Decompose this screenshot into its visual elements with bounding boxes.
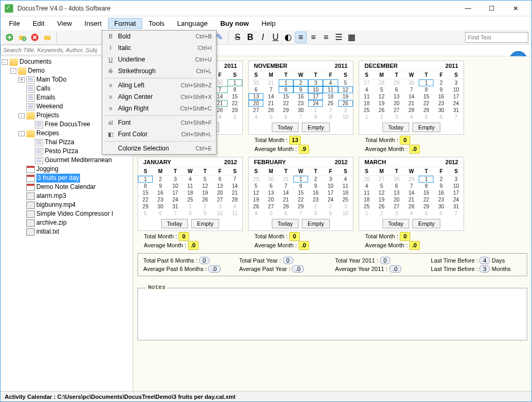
format-font-color[interactable]: ◧Font ColorCtrl+Shift+L: [102, 128, 216, 140]
today-button[interactable]: Today: [382, 219, 409, 228]
calendar-day[interactable]: 29: [404, 176, 419, 183]
calendar-day[interactable]: 31: [279, 176, 293, 183]
menu-format[interactable]: Format: [108, 18, 142, 29]
calendar-day[interactable]: 7: [293, 114, 308, 120]
today-button[interactable]: Today: [161, 219, 188, 228]
bold-button[interactable]: B: [244, 32, 256, 43]
calendar-day[interactable]: 16: [434, 189, 448, 196]
calendar-day[interactable]: 9: [308, 183, 323, 189]
image-button[interactable]: ▦: [346, 32, 357, 43]
calendar-day[interactable]: 2: [323, 107, 338, 114]
calendar-day[interactable]: 18: [359, 100, 374, 107]
calendar-day[interactable]: 19: [374, 100, 389, 107]
tree-item[interactable]: Simple Video Compressor I: [18, 209, 132, 218]
calendar-day[interactable]: 5: [374, 86, 389, 93]
tree-item[interactable]: bigbunny.mp4: [18, 200, 132, 209]
calendar-day[interactable]: 19: [198, 189, 212, 196]
calendar-day[interactable]: 3: [449, 176, 464, 183]
calendar-day[interactable]: 28: [279, 203, 293, 210]
strike-button[interactable]: S: [232, 32, 243, 43]
menu-edit[interactable]: Edit: [26, 18, 51, 29]
calendar-day[interactable]: 29: [249, 176, 263, 183]
empty-button[interactable]: Empty: [191, 219, 219, 228]
align-center-button[interactable]: ≡: [308, 32, 319, 43]
calendar-day[interactable]: 7: [293, 210, 308, 217]
calendar-day[interactable]: 16: [308, 189, 323, 196]
calendar-day[interactable]: 14: [404, 189, 419, 196]
tree-item[interactable]: Jogging: [18, 165, 132, 174]
calendar-day[interactable]: 3: [168, 176, 183, 183]
calendar-day[interactable]: 30: [153, 203, 168, 210]
calendar-day[interactable]: 27: [359, 79, 374, 86]
empty-button[interactable]: Empty: [412, 123, 440, 132]
calendar-day[interactable]: 15: [419, 189, 434, 196]
calendar-day[interactable]: 9: [323, 210, 338, 217]
color-button[interactable]: ◐: [282, 32, 294, 43]
calendar-day[interactable]: 6: [263, 183, 278, 189]
calendar-day[interactable]: 1: [308, 107, 323, 114]
calendar-day[interactable]: 21: [263, 100, 278, 107]
calendar-day[interactable]: 29: [419, 203, 434, 210]
calendar-day[interactable]: 15: [138, 189, 153, 196]
underline-button[interactable]: U: [270, 32, 281, 43]
calendar-day[interactable]: 28: [389, 176, 404, 183]
calendar-day[interactable]: 14: [404, 93, 419, 100]
empty-button[interactable]: Empty: [302, 219, 330, 228]
calendar-day[interactable]: 2: [434, 176, 448, 183]
calendar-day[interactable]: 25: [338, 196, 353, 203]
calendar-day[interactable]: 2: [374, 210, 389, 217]
calendar-day[interactable]: 1: [228, 79, 242, 86]
calendar-day[interactable]: 16: [153, 189, 168, 196]
calendar-day[interactable]: 27: [212, 196, 227, 203]
today-button[interactable]: Today: [272, 219, 299, 228]
calendar-day[interactable]: 2: [308, 176, 323, 183]
calendar-day[interactable]: 30: [434, 107, 448, 114]
calendar-day[interactable]: 6: [389, 183, 404, 189]
calendar-day[interactable]: 23: [434, 196, 448, 203]
calendar-day[interactable]: 6: [434, 210, 448, 217]
calendar-day[interactable]: 24: [308, 100, 323, 107]
calendar-day[interactable]: 21: [228, 189, 242, 196]
calendar-day[interactable]: 4: [359, 183, 374, 189]
calendar-day[interactable]: 15: [279, 93, 293, 100]
calendar-day[interactable]: 18: [323, 93, 338, 100]
calendar-day[interactable]: 11: [338, 183, 353, 189]
calendar-day[interactable]: 18: [338, 189, 353, 196]
folder-button[interactable]: [42, 32, 53, 43]
calendar-day[interactable]: 5: [419, 114, 434, 120]
calendar-day[interactable]: 28: [404, 107, 419, 114]
calendar-day[interactable]: 24: [449, 100, 464, 107]
menu-view[interactable]: View: [51, 18, 78, 29]
calendar-day[interactable]: 19: [249, 196, 263, 203]
tree-toggle[interactable]: +: [18, 77, 25, 83]
calendar-day[interactable]: 3: [389, 114, 404, 120]
calendar-day[interactable]: 22: [419, 196, 434, 203]
calendar-day[interactable]: 20: [389, 100, 404, 107]
calendar-day[interactable]: 4: [404, 114, 419, 120]
calendar-day[interactable]: 23: [308, 196, 323, 203]
calendar-day[interactable]: 14: [263, 93, 278, 100]
calendar-day[interactable]: 16: [293, 93, 308, 100]
calendar-day[interactable]: 18: [359, 196, 374, 203]
calendar-day[interactable]: 27: [249, 107, 263, 114]
calendar-day[interactable]: 8: [279, 86, 293, 93]
calendar-day[interactable]: 3: [389, 210, 404, 217]
format-strikethrough[interactable]: SStrikethroughCtrl+L: [102, 65, 216, 77]
calendar-day[interactable]: 4: [183, 176, 198, 183]
calendar-day[interactable]: 20: [212, 189, 227, 196]
menu-language[interactable]: Language: [171, 18, 214, 29]
menu-tools[interactable]: Tools: [142, 18, 171, 29]
calendar-day[interactable]: 29: [419, 107, 434, 114]
calendar-day[interactable]: 17: [449, 93, 464, 100]
calendar-day[interactable]: 22: [419, 100, 434, 107]
calendar-day[interactable]: 26: [338, 100, 353, 107]
calendar-day[interactable]: 23: [153, 196, 168, 203]
calendar-day[interactable]: 3: [212, 203, 227, 210]
calendar-day[interactable]: 27: [389, 203, 404, 210]
calendar-day[interactable]: 13: [263, 189, 278, 196]
calendar-day[interactable]: 1: [183, 203, 198, 210]
empty-button[interactable]: Empty: [302, 123, 330, 132]
calendar-day[interactable]: 21: [404, 196, 419, 203]
calendar-day[interactable]: 3: [338, 107, 353, 114]
calendar-day[interactable]: 1: [308, 203, 323, 210]
